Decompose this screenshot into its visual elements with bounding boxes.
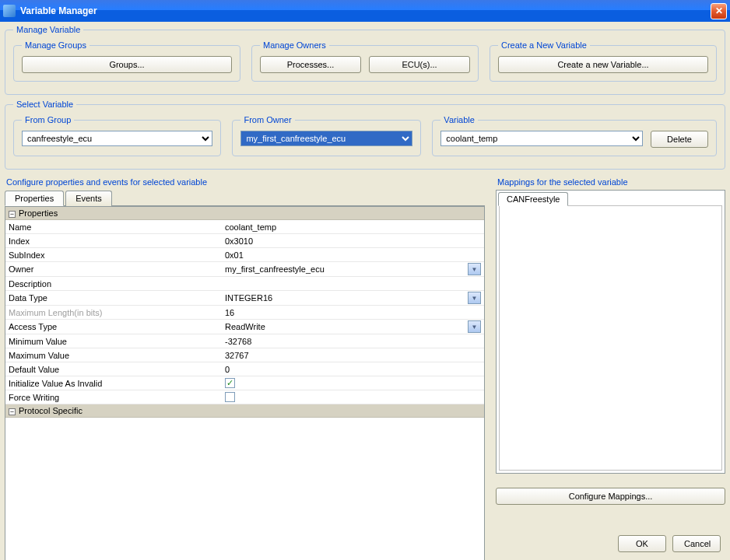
create-new-variable-group: Create a New Variable Create a new Varia… xyxy=(490,40,717,82)
titlebar[interactable]: Variable Manager ✕ xyxy=(0,0,730,22)
prop-default-value[interactable]: Default Value 0 xyxy=(5,362,484,376)
variable-select[interactable]: coolant_temp xyxy=(440,131,643,146)
collapse-icon: − xyxy=(9,211,16,218)
window-title: Variable Manager xyxy=(20,5,97,16)
close-icon: ✕ xyxy=(715,5,723,16)
prop-subindex[interactable]: SubIndex 0x01 xyxy=(5,248,484,262)
prop-min-value[interactable]: Minimum Value -32768 xyxy=(5,334,484,348)
chevron-down-icon[interactable]: ▼ xyxy=(468,263,481,275)
checkbox-unchecked-icon[interactable] xyxy=(225,392,235,402)
properties-tabbar: Properties Events xyxy=(5,190,485,206)
configure-mappings-button[interactable]: Configure Mappings... xyxy=(496,488,725,505)
from-owner-group: From Owner my_first_canfreestyle_ecu xyxy=(232,115,421,156)
ecus-button[interactable]: ECU(s)... xyxy=(369,56,470,73)
prop-description[interactable]: Description xyxy=(5,277,484,291)
mappings-panel: CANFreestyle xyxy=(496,190,725,474)
manage-owners-legend: Manage Owners xyxy=(260,40,329,50)
mapping-tab-canfreestyle[interactable]: CANFreestyle xyxy=(498,192,568,206)
from-group-select[interactable]: canfreestyle_ecu xyxy=(22,131,212,146)
from-owner-select[interactable]: my_first_canfreestyle_ecu xyxy=(240,131,412,146)
manage-variable-group: Manage Variable Manage Groups Groups... … xyxy=(5,25,725,95)
protocol-specific-header[interactable]: −Protocol Specific xyxy=(5,404,484,418)
ok-button[interactable]: OK xyxy=(618,535,666,552)
select-variable-legend: Select Variable xyxy=(13,100,76,109)
chevron-down-icon[interactable]: ▼ xyxy=(468,292,481,304)
configure-label: Configure properties and events for sele… xyxy=(6,177,485,187)
prop-max-length: Maximum Length(in bits) 16 xyxy=(5,306,484,320)
prop-name[interactable]: Name coolant_temp xyxy=(5,220,484,234)
tab-events[interactable]: Events xyxy=(65,191,112,206)
prop-data-type[interactable]: Data Type INTEGER16▼ xyxy=(5,291,484,306)
mappings-body xyxy=(499,205,722,471)
cancel-button[interactable]: Cancel xyxy=(672,535,721,552)
properties-header[interactable]: −Properties xyxy=(5,207,484,220)
protocol-specific-body xyxy=(5,418,484,560)
prop-max-value[interactable]: Maximum Value 32767 xyxy=(5,348,484,362)
chevron-down-icon[interactable]: ▼ xyxy=(468,320,481,333)
manage-owners-group: Manage Owners Processes... ECU(s)... xyxy=(251,40,479,82)
variable-group: Variable coolant_temp Delete xyxy=(432,115,717,156)
create-new-variable-legend: Create a New Variable xyxy=(498,40,590,50)
checkbox-checked-icon[interactable]: ✓ xyxy=(225,378,235,388)
from-group-legend: From Group xyxy=(22,115,74,124)
close-button[interactable]: ✕ xyxy=(711,3,727,19)
properties-panel: −Properties Name coolant_temp Index 0x30… xyxy=(5,206,485,560)
manage-variable-legend: Manage Variable xyxy=(13,25,83,34)
prop-init-invalid[interactable]: Initialize Value As Invalid ✓ xyxy=(5,376,484,390)
manage-groups-legend: Manage Groups xyxy=(22,40,89,50)
tab-properties[interactable]: Properties xyxy=(5,191,64,206)
manage-groups-group: Manage Groups Groups... xyxy=(13,40,240,82)
prop-force-writing[interactable]: Force Writing xyxy=(5,390,484,404)
create-new-variable-button[interactable]: Create a new Variable... xyxy=(498,56,708,73)
collapse-icon: − xyxy=(9,408,16,415)
mappings-label: Mappings for the selected variable xyxy=(497,177,725,187)
prop-owner[interactable]: Owner my_first_canfreestyle_ecu▼ xyxy=(5,262,484,277)
delete-button[interactable]: Delete xyxy=(651,131,708,148)
from-owner-legend: From Owner xyxy=(240,115,294,124)
from-group-group: From Group canfreestyle_ecu xyxy=(13,115,221,156)
select-variable-group: Select Variable From Group canfreestyle_… xyxy=(5,100,725,170)
processes-button[interactable]: Processes... xyxy=(260,56,361,73)
prop-index[interactable]: Index 0x3010 xyxy=(5,234,484,248)
variable-legend: Variable xyxy=(440,115,478,124)
prop-access-type[interactable]: Access Type ReadWrite▼ xyxy=(5,320,484,334)
app-icon xyxy=(3,5,16,17)
groups-button[interactable]: Groups... xyxy=(22,56,232,73)
